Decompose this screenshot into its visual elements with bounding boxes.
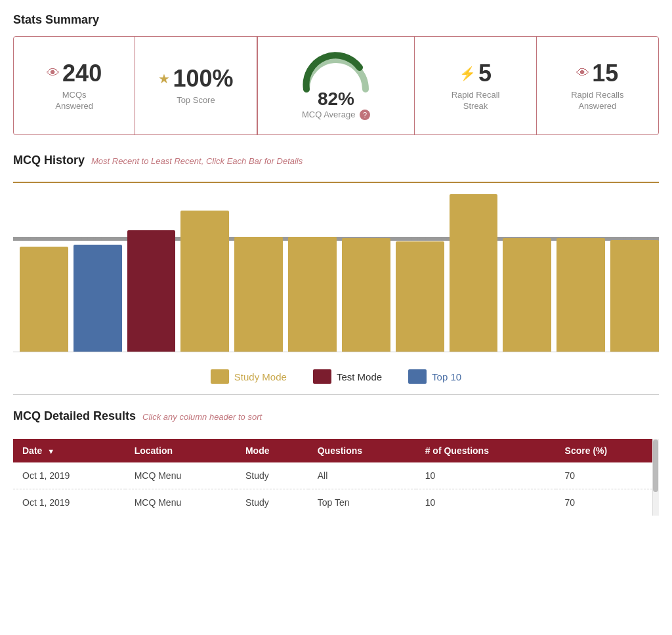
chart-bar[interactable]: [503, 238, 551, 352]
chart-bar[interactable]: [342, 238, 390, 352]
col-questions[interactable]: Questions: [308, 439, 416, 462]
chart-bar[interactable]: [450, 194, 498, 352]
stat-mcq-average: 82% MCQ Average ?: [257, 37, 415, 134]
scrollbar-thumb[interactable]: [653, 440, 658, 492]
help-icon[interactable]: ?: [360, 110, 370, 120]
gauge-svg: [300, 51, 372, 94]
legend-swatch-top10: [408, 369, 427, 384]
legend-label-test: Test Mode: [337, 371, 382, 382]
table-row[interactable]: Oct 1, 2019 MCQ Menu Study All 10 70: [13, 462, 659, 489]
mcq-history-subtitle: Most Recent to Least Recent, Click Each …: [91, 156, 303, 166]
table-container: Date ▼ Location Mode Questions # of Ques…: [13, 439, 659, 516]
stat-rapid-recalls-answered: 👁 15 Rapid RecallsAnswered: [537, 37, 658, 134]
legend-swatch-test: [313, 369, 331, 384]
cell-score: 70: [556, 489, 659, 516]
table-row[interactable]: Oct 1, 2019 MCQ Menu Study Top Ten 10 70: [13, 489, 659, 516]
cell-mode: Study: [236, 489, 308, 516]
stat-top-score: ★ 100% Top Score: [135, 37, 257, 134]
cell-location: MCQ Menu: [125, 462, 236, 489]
mcq-history-header: MCQ History Most Recent to Least Recent,…: [13, 154, 659, 176]
top-score-number: 100%: [173, 65, 233, 92]
star-icon: ★: [158, 71, 170, 87]
chart-bar[interactable]: [288, 237, 337, 352]
mcqs-number: 240: [62, 60, 102, 87]
stat-rapid-recall-streak: ⚡ 5 Rapid RecallStreak: [415, 37, 536, 134]
gauge-percent: 82%: [318, 89, 354, 110]
eye-icon-mcqs: 👁: [47, 66, 60, 81]
col-num-questions[interactable]: # of Questions: [416, 439, 556, 462]
col-location[interactable]: Location: [125, 439, 236, 462]
rr-number: 15: [592, 60, 618, 87]
gauge-wrap: 82% MCQ Average ?: [300, 51, 372, 120]
gauge-label: MCQ Average ?: [302, 110, 370, 120]
eye-icon-rr: 👁: [576, 66, 589, 81]
chart-bar[interactable]: [610, 240, 659, 352]
cell-questions: All: [308, 462, 416, 489]
mcq-history-title: MCQ History: [13, 154, 85, 167]
legend-swatch-study: [211, 369, 229, 384]
cell-num-questions: 10: [416, 489, 556, 516]
stat-mcqs-answered: 👁 240 MCQsAnswered: [14, 37, 135, 134]
cell-score: 70: [556, 462, 659, 489]
rr-label: Rapid RecallsAnswered: [571, 90, 623, 112]
results-table: Date ▼ Location Mode Questions # of Ques…: [13, 439, 659, 516]
mcqs-label: MCQsAnswered: [55, 90, 93, 112]
chart-legend: Study Mode Test Mode Top 10: [13, 361, 659, 395]
col-date[interactable]: Date ▼: [13, 439, 125, 462]
top-score-label: Top Score: [177, 95, 215, 106]
chart-bar[interactable]: [127, 230, 176, 352]
lightning-icon: ⚡: [459, 66, 476, 81]
chart-bar[interactable]: [396, 241, 444, 352]
col-score[interactable]: Score (%): [556, 439, 659, 462]
table-body: Oct 1, 2019 MCQ Menu Study All 10 70 Oct…: [13, 462, 659, 516]
cell-mode: Study: [236, 462, 308, 489]
chart-bar[interactable]: [556, 238, 605, 352]
stats-grid: 👁 240 MCQsAnswered ★ 100% Top Score 82% …: [13, 36, 659, 135]
sort-arrow-date: ▼: [47, 447, 54, 455]
detailed-results-title: MCQ Detailed Results: [13, 409, 136, 423]
cell-date: Oct 1, 2019: [13, 462, 125, 489]
detailed-results-subtitle: Click any column header to sort: [142, 412, 262, 422]
streak-label: Rapid RecallStreak: [452, 90, 500, 112]
legend-study-mode: Study Mode: [211, 369, 287, 384]
chart-bar[interactable]: [234, 237, 283, 352]
table-header: Date ▼ Location Mode Questions # of Ques…: [13, 439, 659, 462]
page-title: Stats Summary: [13, 13, 659, 27]
legend-test-mode: Test Mode: [313, 369, 382, 384]
legend-top10: Top 10: [408, 369, 461, 384]
table-scrollbar[interactable]: [652, 439, 659, 516]
cell-location: MCQ Menu: [125, 489, 236, 516]
cell-questions: Top Ten: [308, 489, 416, 516]
chart-bar[interactable]: [20, 247, 68, 352]
bar-chart: [13, 182, 659, 352]
chart-bar[interactable]: [74, 245, 122, 352]
col-mode[interactable]: Mode: [236, 439, 308, 462]
legend-label-study: Study Mode: [234, 371, 287, 382]
cell-num-questions: 10: [416, 462, 556, 489]
chart-bar[interactable]: [180, 211, 229, 352]
cell-date: Oct 1, 2019: [13, 489, 125, 516]
streak-number: 5: [478, 60, 492, 87]
legend-label-top10: Top 10: [432, 371, 461, 382]
detailed-results-header: MCQ Detailed Results Click any column he…: [13, 409, 659, 432]
